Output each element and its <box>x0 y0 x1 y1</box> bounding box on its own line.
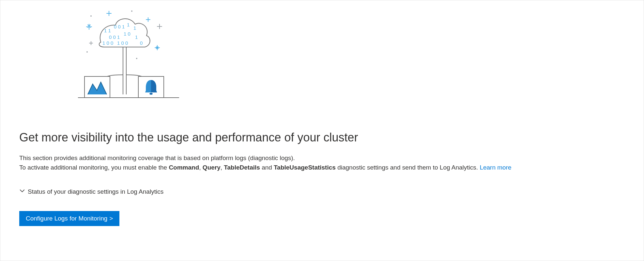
svg-rect-17 <box>84 76 110 98</box>
svg-text:1 0 0: 1 0 0 <box>102 40 113 46</box>
desc-comma1: , <box>199 164 203 171</box>
panel-description: This section provides additional monitor… <box>19 154 625 172</box>
diagnostic-status-expander[interactable]: Status of your diagnostic settings in Lo… <box>19 188 625 195</box>
desc-bold-query: Query <box>203 164 221 171</box>
svg-text:1 0: 1 0 <box>124 31 130 37</box>
configure-logs-button[interactable]: Configure Logs for Monitoring > <box>19 211 119 226</box>
svg-text:1: 1 <box>133 25 136 31</box>
svg-point-0 <box>90 15 92 17</box>
svg-text:0 0 1: 0 0 1 <box>114 24 125 29</box>
desc-comma2: , <box>221 164 224 171</box>
svg-text:1: 1 <box>135 34 138 40</box>
svg-text:0: 0 <box>140 40 143 46</box>
desc-bold-command: Command <box>169 164 199 171</box>
svg-text:1  0 0: 1 0 0 <box>117 40 128 46</box>
desc-bold-tableusage: TableUsageStatistics <box>274 164 336 171</box>
configure-logs-button-label: Configure Logs for Monitoring <box>26 215 107 222</box>
expander-label: Status of your diagnostic settings in Lo… <box>28 188 163 195</box>
svg-text:1: 1 <box>127 22 130 27</box>
desc-bold-tabledetails: TableDetails <box>224 164 260 171</box>
svg-point-2 <box>131 10 132 12</box>
learn-more-link[interactable]: Learn more <box>480 164 511 171</box>
cloud-monitoring-illustration: 1 1 0 0 1 1 1 0 0 1 1 0 1 0 0 1 0 0 1 0 <box>78 6 202 117</box>
chevron-down-icon <box>19 188 25 195</box>
desc-and: and <box>260 164 274 171</box>
svg-point-1 <box>86 51 88 53</box>
svg-text:0  0 1: 0 0 1 <box>109 34 120 40</box>
chevron-right-icon: > <box>109 215 113 222</box>
svg-point-20 <box>149 93 153 95</box>
svg-point-3 <box>136 58 137 59</box>
panel-heading: Get more visibility into the usage and p… <box>19 130 625 144</box>
desc-line2-prefix: To activate additional monitoring, you m… <box>19 164 169 171</box>
desc-line1: This section provides additional monitor… <box>19 155 295 161</box>
svg-text:1 1: 1 1 <box>104 28 111 33</box>
monitoring-empty-state-panel: 1 1 0 0 1 1 1 0 0 1 1 0 1 0 0 1 0 0 1 0 <box>0 0 644 261</box>
desc-line2-suffix: diagnostic settings and send them to Log… <box>336 164 480 171</box>
